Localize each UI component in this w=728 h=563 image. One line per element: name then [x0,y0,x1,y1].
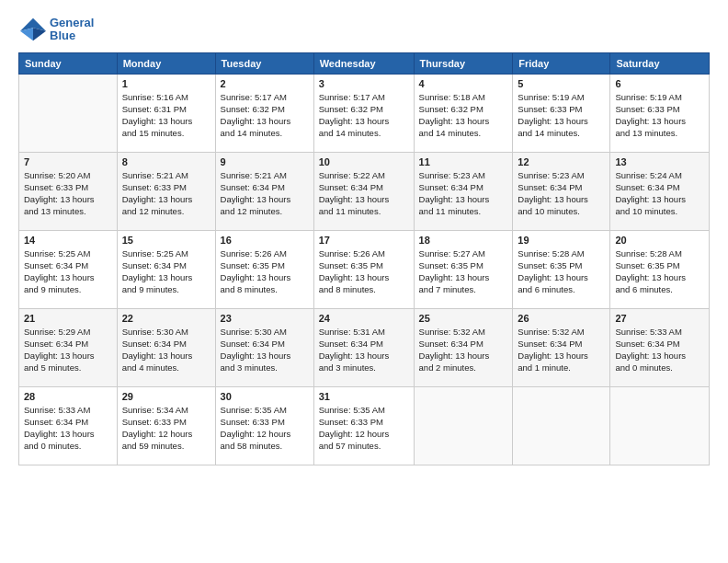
day-info: Sunrise: 5:18 AM Sunset: 6:32 PM Dayligh… [419,91,508,140]
day-info: Sunrise: 5:23 AM Sunset: 6:34 PM Dayligh… [518,169,605,218]
calendar-cell: 15Sunrise: 5:25 AM Sunset: 6:34 PM Dayli… [117,230,215,308]
day-info: Sunrise: 5:35 AM Sunset: 6:33 PM Dayligh… [221,404,309,453]
calendar-week-5: 28Sunrise: 5:33 AM Sunset: 6:34 PM Dayli… [19,386,710,465]
calendar-cell [610,386,710,465]
logo-icon [18,17,48,42]
calendar-cell: 4Sunrise: 5:18 AM Sunset: 6:32 PM Daylig… [414,74,513,152]
header: General Blue [18,17,710,43]
col-header-saturday: Saturday [610,52,710,74]
calendar-cell [414,386,513,465]
day-info: Sunrise: 5:30 AM Sunset: 6:34 PM Dayligh… [221,326,309,374]
col-header-wednesday: Wednesday [313,52,414,74]
col-header-friday: Friday [513,52,610,74]
day-number: 30 [221,391,309,402]
day-number: 21 [24,313,112,324]
day-info: Sunrise: 5:35 AM Sunset: 6:33 PM Dayligh… [319,404,409,453]
day-number: 16 [221,235,309,246]
calendar-cell: 2Sunrise: 5:17 AM Sunset: 6:32 PM Daylig… [215,74,313,152]
day-number: 23 [221,313,309,324]
day-number: 20 [615,235,704,246]
calendar-cell: 18Sunrise: 5:27 AM Sunset: 6:35 PM Dayli… [414,230,513,308]
day-info: Sunrise: 5:25 AM Sunset: 6:34 PM Dayligh… [122,247,210,296]
day-info: Sunrise: 5:22 AM Sunset: 6:34 PM Dayligh… [319,169,409,218]
calendar-cell: 19Sunrise: 5:28 AM Sunset: 6:35 PM Dayli… [513,230,610,308]
day-info: Sunrise: 5:19 AM Sunset: 6:33 PM Dayligh… [615,91,704,140]
day-info: Sunrise: 5:25 AM Sunset: 6:34 PM Dayligh… [24,247,112,296]
day-info: Sunrise: 5:21 AM Sunset: 6:33 PM Dayligh… [122,169,210,218]
calendar-cell: 26Sunrise: 5:32 AM Sunset: 6:34 PM Dayli… [513,308,610,386]
calendar-cell: 29Sunrise: 5:34 AM Sunset: 6:33 PM Dayli… [117,386,215,465]
day-info: Sunrise: 5:32 AM Sunset: 6:34 PM Dayligh… [419,326,508,374]
day-info: Sunrise: 5:28 AM Sunset: 6:35 PM Dayligh… [615,247,704,296]
day-info: Sunrise: 5:33 AM Sunset: 6:34 PM Dayligh… [24,404,112,453]
calendar-cell: 21Sunrise: 5:29 AM Sunset: 6:34 PM Dayli… [19,308,118,386]
day-number: 19 [518,235,605,246]
page: General Blue SundayMondayTuesdayWednesda… [0,0,728,563]
day-info: Sunrise: 5:21 AM Sunset: 6:34 PM Dayligh… [221,169,309,218]
calendar-table: SundayMondayTuesdayWednesdayThursdayFrid… [18,52,710,465]
day-info: Sunrise: 5:30 AM Sunset: 6:34 PM Dayligh… [122,326,210,374]
day-number: 27 [615,313,704,324]
calendar-cell: 31Sunrise: 5:35 AM Sunset: 6:33 PM Dayli… [313,386,414,465]
day-number: 31 [319,391,409,402]
day-number: 4 [419,78,508,89]
col-header-tuesday: Tuesday [215,52,313,74]
day-info: Sunrise: 5:26 AM Sunset: 6:35 PM Dayligh… [319,247,409,296]
col-header-sunday: Sunday [19,52,118,74]
calendar-cell: 14Sunrise: 5:25 AM Sunset: 6:34 PM Dayli… [19,230,118,308]
calendar-week-4: 21Sunrise: 5:29 AM Sunset: 6:34 PM Dayli… [19,308,710,386]
calendar-week-2: 7Sunrise: 5:20 AM Sunset: 6:33 PM Daylig… [19,152,710,230]
day-info: Sunrise: 5:26 AM Sunset: 6:35 PM Dayligh… [221,247,309,296]
day-number: 11 [419,156,508,167]
day-number: 7 [24,156,112,167]
day-info: Sunrise: 5:27 AM Sunset: 6:35 PM Dayligh… [419,247,508,296]
calendar-cell: 3Sunrise: 5:17 AM Sunset: 6:32 PM Daylig… [313,74,414,152]
day-number: 14 [24,235,112,246]
day-info: Sunrise: 5:29 AM Sunset: 6:34 PM Dayligh… [24,326,112,374]
day-number: 12 [518,156,605,167]
calendar-cell: 23Sunrise: 5:30 AM Sunset: 6:34 PM Dayli… [215,308,313,386]
day-number: 17 [319,235,409,246]
day-number: 13 [615,156,704,167]
day-number: 29 [122,391,210,402]
calendar-cell: 17Sunrise: 5:26 AM Sunset: 6:35 PM Dayli… [313,230,414,308]
col-header-monday: Monday [117,52,215,74]
calendar-cell: 25Sunrise: 5:32 AM Sunset: 6:34 PM Dayli… [414,308,513,386]
day-info: Sunrise: 5:20 AM Sunset: 6:33 PM Dayligh… [24,169,112,218]
day-number: 18 [419,235,508,246]
calendar-cell: 13Sunrise: 5:24 AM Sunset: 6:34 PM Dayli… [610,152,710,230]
day-number: 26 [518,313,605,324]
day-number: 25 [419,313,508,324]
calendar-cell: 22Sunrise: 5:30 AM Sunset: 6:34 PM Dayli… [117,308,215,386]
day-info: Sunrise: 5:17 AM Sunset: 6:32 PM Dayligh… [221,91,309,140]
calendar-cell: 1Sunrise: 5:16 AM Sunset: 6:31 PM Daylig… [117,74,215,152]
col-header-thursday: Thursday [414,52,513,74]
calendar-cell: 20Sunrise: 5:28 AM Sunset: 6:35 PM Dayli… [610,230,710,308]
day-number: 5 [518,78,605,89]
day-number: 22 [122,313,210,324]
day-info: Sunrise: 5:17 AM Sunset: 6:32 PM Dayligh… [319,91,409,140]
day-info: Sunrise: 5:19 AM Sunset: 6:33 PM Dayligh… [518,91,605,140]
day-number: 15 [122,235,210,246]
calendar-week-1: 1Sunrise: 5:16 AM Sunset: 6:31 PM Daylig… [19,74,710,152]
day-info: Sunrise: 5:32 AM Sunset: 6:34 PM Dayligh… [518,326,605,374]
day-info: Sunrise: 5:28 AM Sunset: 6:35 PM Dayligh… [518,247,605,296]
logo: General Blue [18,17,94,43]
calendar-cell: 30Sunrise: 5:35 AM Sunset: 6:33 PM Dayli… [215,386,313,465]
day-info: Sunrise: 5:34 AM Sunset: 6:33 PM Dayligh… [122,404,210,453]
calendar-cell: 9Sunrise: 5:21 AM Sunset: 6:34 PM Daylig… [215,152,313,230]
calendar-header-row: SundayMondayTuesdayWednesdayThursdayFrid… [19,52,710,74]
day-number: 2 [221,78,309,89]
day-number: 28 [24,391,112,402]
calendar-cell: 12Sunrise: 5:23 AM Sunset: 6:34 PM Dayli… [513,152,610,230]
calendar-cell [513,386,610,465]
calendar-cell: 28Sunrise: 5:33 AM Sunset: 6:34 PM Dayli… [19,386,118,465]
day-number: 3 [319,78,409,89]
calendar-cell: 16Sunrise: 5:26 AM Sunset: 6:35 PM Dayli… [215,230,313,308]
day-number: 6 [615,78,704,89]
calendar-week-3: 14Sunrise: 5:25 AM Sunset: 6:34 PM Dayli… [19,230,710,308]
day-number: 1 [122,78,210,89]
calendar-cell: 10Sunrise: 5:22 AM Sunset: 6:34 PM Dayli… [313,152,414,230]
calendar-cell: 8Sunrise: 5:21 AM Sunset: 6:33 PM Daylig… [117,152,215,230]
day-info: Sunrise: 5:23 AM Sunset: 6:34 PM Dayligh… [419,169,508,218]
